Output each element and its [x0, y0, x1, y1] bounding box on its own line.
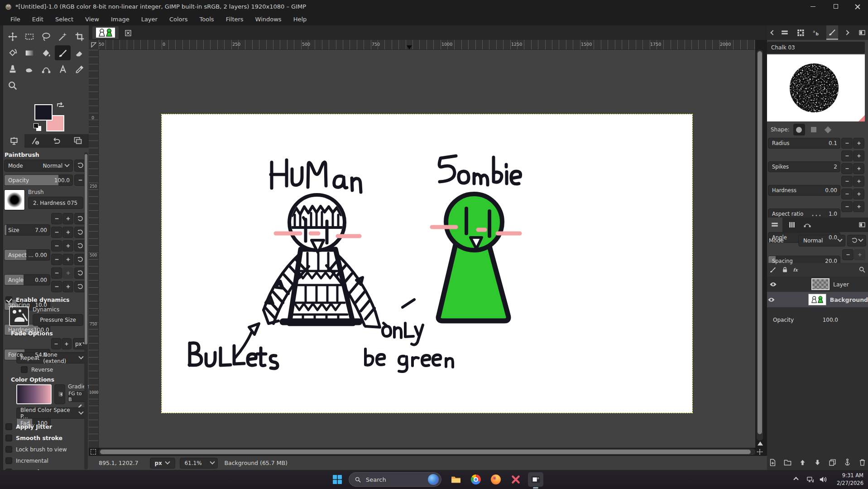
menu-help[interactable]: Help — [288, 16, 313, 23]
tab-tool-options[interactable] — [3, 134, 24, 148]
hardness-editor-plus-button[interactable] — [853, 163, 864, 174]
menu-edit[interactable]: Edit — [26, 16, 49, 23]
radius-minus-button[interactable] — [841, 138, 853, 149]
brush-thumbnail[interactable] — [4, 189, 25, 210]
canvas-viewport[interactable] — [99, 50, 755, 448]
shape-square-button[interactable] — [808, 124, 820, 136]
aspect-ratio-plus-button[interactable] — [853, 176, 864, 187]
menu-layer[interactable]: Layer — [135, 16, 163, 23]
layer-row-background[interactable]: Background — [767, 292, 868, 307]
layer-name[interactable]: Background — [830, 296, 868, 303]
taskbar-search[interactable]: Search — [349, 472, 441, 487]
tool-eraser[interactable] — [72, 45, 87, 60]
tool-clone[interactable] — [5, 62, 20, 77]
background-thumbnail[interactable] — [808, 294, 826, 305]
new-layer-button[interactable] — [769, 459, 777, 466]
angle-plus-button[interactable] — [62, 240, 73, 252]
shape-circle-button[interactable] — [793, 124, 805, 136]
close-button[interactable] — [847, 0, 868, 13]
tab-device-status[interactable]: i — [24, 134, 46, 148]
hardness-minus-button[interactable] — [51, 267, 62, 279]
dock-prev-button[interactable] — [767, 27, 779, 39]
tool-bucket-fill[interactable] — [38, 45, 54, 60]
visibility-eye-icon[interactable] — [767, 294, 776, 305]
file-explorer-icon[interactable] — [448, 472, 464, 487]
tool-paintbrush[interactable] — [55, 45, 71, 60]
lock-brush-checkbox[interactable] — [5, 446, 12, 453]
tab-fonts[interactable] — [810, 27, 822, 39]
tab-layers[interactable] — [767, 218, 782, 232]
tool-color-picker[interactable] — [72, 62, 87, 77]
tab-patterns[interactable] — [795, 27, 806, 39]
radius-slider[interactable]: Radius0.1 — [768, 138, 840, 149]
angle-editor-minus-button[interactable] — [841, 189, 853, 199]
close-view-button[interactable] — [122, 27, 134, 39]
menu-windows[interactable]: Windows — [249, 16, 288, 23]
foreground-color-swatch[interactable] — [34, 104, 53, 121]
aspect-ratio-minus-button[interactable] — [841, 176, 853, 187]
tool-options-scrollbar[interactable] — [84, 152, 88, 470]
menu-image[interactable]: Image — [105, 16, 135, 23]
angle-editor-plus-button[interactable] — [853, 189, 864, 199]
tray-chevron-up[interactable] — [791, 472, 801, 487]
duplicate-layer-button[interactable] — [829, 459, 836, 466]
new-group-button[interactable] — [784, 459, 791, 466]
spacing-minus-button[interactable] — [51, 254, 62, 265]
smooth-stroke-row[interactable]: Smooth stroke — [5, 435, 62, 441]
scroll-down-arrow-icon[interactable] — [758, 441, 763, 445]
size-slider[interactable]: Size7.00 — [4, 224, 50, 236]
aspect-minus-button[interactable] — [51, 227, 62, 238]
gradient-swatch[interactable] — [16, 384, 52, 404]
force-minus-button[interactable] — [51, 281, 62, 292]
incremental-row[interactable]: Incremental — [5, 457, 48, 464]
start-button[interactable] — [330, 472, 345, 487]
dynamics-thumbnail[interactable] — [9, 306, 29, 326]
tool-move[interactable] — [5, 29, 20, 44]
network-icon[interactable] — [806, 476, 815, 484]
spikes-minus-button[interactable] — [841, 150, 853, 161]
volume-icon[interactable] — [819, 475, 827, 484]
layers-dock-menu-button[interactable] — [856, 219, 868, 231]
size-plus-button[interactable] — [62, 213, 73, 224]
layer-row-layer[interactable]: Layer — [767, 276, 868, 292]
preview-resize-corner[interactable] — [858, 115, 865, 121]
tool-smudge[interactable] — [21, 62, 37, 77]
apply-jitter-checkbox[interactable] — [5, 423, 12, 430]
menu-view[interactable]: View — [79, 16, 105, 23]
reverse-row[interactable]: Reverse — [21, 366, 53, 373]
navigation-button[interactable] — [757, 449, 763, 455]
gimp-taskbar-icon[interactable] — [528, 472, 543, 487]
canvas-vertical-scrollbar[interactable] — [757, 50, 763, 441]
unit-dropdown[interactable]: px — [150, 458, 175, 469]
angle-minus-button[interactable] — [51, 240, 62, 252]
vertical-ruler[interactable]: 0 250 500 750 1000 — [89, 50, 99, 448]
app-icon-red[interactable] — [508, 472, 523, 487]
clock[interactable]: 9:31 AM 2/27/2026 — [837, 472, 863, 487]
tool-gradient[interactable] — [21, 45, 37, 60]
maximize-button[interactable] — [825, 0, 846, 13]
tool-transform[interactable] — [5, 45, 20, 60]
layer-thumbnail[interactable] — [811, 278, 830, 290]
chrome-icon[interactable] — [468, 472, 484, 487]
layer-opacity-plus-button[interactable] — [854, 249, 865, 260]
ruler-origin-button[interactable] — [89, 40, 99, 50]
menu-select[interactable]: Select — [49, 16, 79, 23]
swap-colors-icon[interactable] — [56, 102, 65, 109]
visibility-eye-icon[interactable] — [767, 278, 779, 290]
minimize-button[interactable] — [802, 0, 824, 13]
menu-colors[interactable]: Colors — [163, 16, 194, 23]
tab-undo-history[interactable] — [46, 134, 67, 148]
zoom-dropdown[interactable]: 61.1% — [180, 458, 218, 469]
menu-file[interactable]: File — [5, 16, 26, 23]
layer-mode-dropdown[interactable]: Normal — [798, 235, 845, 247]
quick-mask-toggle[interactable] — [89, 448, 97, 456]
brush-editor-name-bar[interactable]: Chalk 03 — [767, 42, 865, 53]
canvas-horizontal-scrollbar[interactable] — [99, 449, 755, 455]
smooth-stroke-checkbox[interactable] — [5, 435, 12, 441]
default-colors-icon[interactable] — [34, 123, 38, 128]
radius-plus-button[interactable] — [853, 138, 864, 149]
spikes-plus-button[interactable] — [853, 150, 864, 161]
spacing-editor-plus-button[interactable] — [853, 201, 864, 212]
horizontal-ruler[interactable]: 50 0 250 500 750 1000 1250 1500 1750 200… — [99, 40, 755, 50]
menu-tools[interactable]: Tools — [194, 16, 220, 23]
